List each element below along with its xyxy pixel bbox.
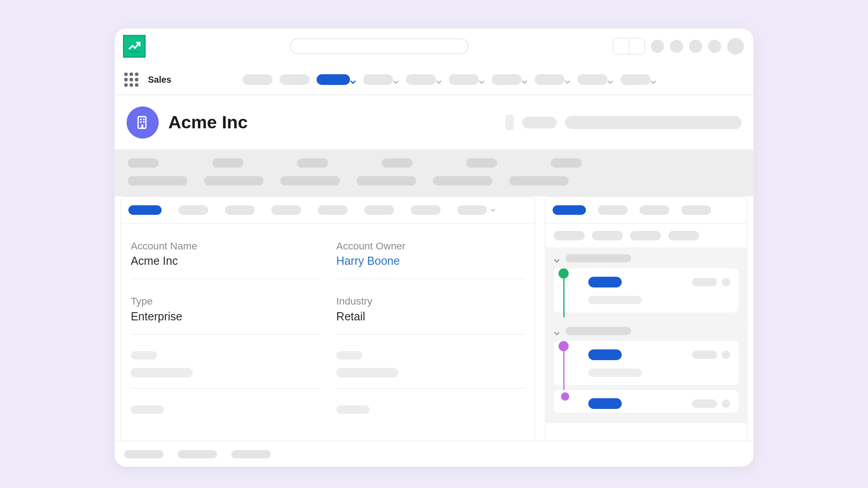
field-value-link[interactable]: Harry Boone: [336, 255, 525, 268]
field-placeholder: [336, 351, 525, 389]
timeline-item-meta: [692, 351, 730, 359]
highlight-label: [382, 158, 413, 168]
utility-item[interactable]: [231, 450, 271, 458]
activity-tab[interactable]: [598, 205, 627, 215]
highlight-label: [297, 158, 328, 168]
field-placeholder: [336, 405, 525, 424]
field-label: Industry: [336, 296, 525, 308]
timeline-section-header[interactable]: [554, 327, 739, 335]
record-title: Acme Inc: [168, 112, 248, 132]
timeline-item[interactable]: [554, 341, 739, 385]
timeline-section-header[interactable]: [554, 254, 739, 262]
primary-nav: Sales: [115, 64, 754, 95]
global-search-input[interactable]: [290, 38, 468, 54]
activity-tab[interactable]: [681, 205, 711, 215]
highlight-value: [280, 176, 340, 186]
header-action-icon[interactable]: [670, 40, 683, 53]
nav-item[interactable]: [280, 74, 310, 85]
details-tab-active[interactable]: [128, 205, 162, 215]
record-header: Acme Inc: [115, 95, 754, 150]
timeline-item[interactable]: [554, 390, 739, 413]
svg-rect-2: [143, 118, 145, 120]
svg-rect-3: [140, 121, 142, 123]
field-label: Account Owner: [336, 240, 525, 252]
chevron-down-icon: [554, 328, 560, 334]
app-logo[interactable]: [123, 35, 146, 57]
filter-chip[interactable]: [668, 231, 699, 240]
user-avatar[interactable]: [727, 38, 744, 55]
chevron-down-icon: [522, 76, 528, 82]
details-tab[interactable]: [411, 205, 441, 215]
chevron-down-icon: [491, 208, 495, 213]
nav-item[interactable]: [578, 74, 613, 85]
utility-item[interactable]: [178, 450, 217, 458]
app-name: Sales: [148, 74, 171, 84]
highlight-value: [509, 176, 569, 186]
field-value-placeholder: [336, 368, 398, 377]
header-action-icon[interactable]: [708, 40, 721, 53]
field-value-placeholder: [131, 368, 193, 377]
chevron-down-icon: [436, 76, 442, 82]
nav-item-active[interactable]: [317, 74, 356, 85]
highlight-label: [466, 158, 497, 168]
filter-chip[interactable]: [554, 231, 585, 240]
field-label-placeholder: [336, 405, 370, 413]
action-bar[interactable]: [565, 116, 741, 129]
field-value: Enterprise: [131, 310, 320, 323]
timeline-item-title: [588, 398, 622, 409]
action-button[interactable]: [505, 114, 514, 130]
field-label-placeholder: [131, 351, 157, 359]
timeline-dot-icon: [558, 268, 568, 278]
nav-item[interactable]: [621, 74, 656, 85]
svg-rect-1: [140, 118, 142, 120]
chevron-down-icon: [565, 76, 571, 82]
details-tab-more[interactable]: [457, 205, 495, 215]
section-title-placeholder: [566, 254, 631, 262]
activity-tabs: [545, 197, 746, 224]
field-value: Acme Inc: [131, 255, 320, 268]
nav-item[interactable]: [243, 74, 273, 85]
nav-item[interactable]: [449, 74, 485, 85]
chevron-down-icon: [608, 76, 613, 82]
field-industry: Industry Retail: [336, 296, 525, 335]
nav-item[interactable]: [492, 74, 528, 85]
timeline-item[interactable]: [554, 268, 739, 313]
filter-chip[interactable]: [630, 231, 661, 240]
utility-item[interactable]: [124, 450, 164, 458]
details-tab[interactable]: [271, 205, 301, 215]
svg-rect-5: [142, 124, 143, 128]
nav-item[interactable]: [406, 74, 442, 85]
trend-up-icon: [127, 39, 142, 54]
details-tab[interactable]: [364, 205, 394, 215]
highlight-value: [433, 176, 492, 186]
field-account-owner: Account Owner Harry Boone: [336, 240, 525, 279]
field-placeholder: [131, 351, 320, 389]
activity-tab[interactable]: [640, 205, 670, 215]
header-segmented-control[interactable]: [613, 38, 645, 55]
details-tab[interactable]: [179, 205, 208, 215]
timeline-section: [545, 323, 746, 423]
nav-item[interactable]: [535, 74, 571, 85]
field-value: Retail: [336, 310, 525, 323]
timeline-item-meta: [692, 278, 730, 286]
filter-chip[interactable]: [592, 231, 623, 240]
chevron-down-icon: [393, 76, 399, 82]
details-tab[interactable]: [318, 205, 348, 215]
details-tab[interactable]: [225, 205, 255, 215]
timeline-line: [563, 351, 565, 390]
building-icon: [135, 114, 150, 130]
header-action-icon[interactable]: [689, 40, 702, 53]
app-launcher-icon[interactable]: [124, 72, 139, 87]
action-button[interactable]: [522, 116, 557, 128]
field-account-name: Account Name Acme Inc: [131, 240, 320, 279]
record-actions: [505, 114, 741, 130]
nav-item[interactable]: [363, 74, 399, 85]
activity-tab-active[interactable]: [552, 205, 586, 215]
app-window: Sales: [115, 28, 754, 467]
detail-fields: Account Name Acme Inc Account Owner Harr…: [121, 224, 535, 430]
header-action-icon[interactable]: [651, 40, 664, 53]
highlight-value: [204, 176, 264, 186]
activity-panel: [545, 197, 747, 448]
chevron-down-icon: [651, 76, 656, 82]
main-content: Account Name Acme Inc Account Owner Harr…: [115, 197, 754, 448]
